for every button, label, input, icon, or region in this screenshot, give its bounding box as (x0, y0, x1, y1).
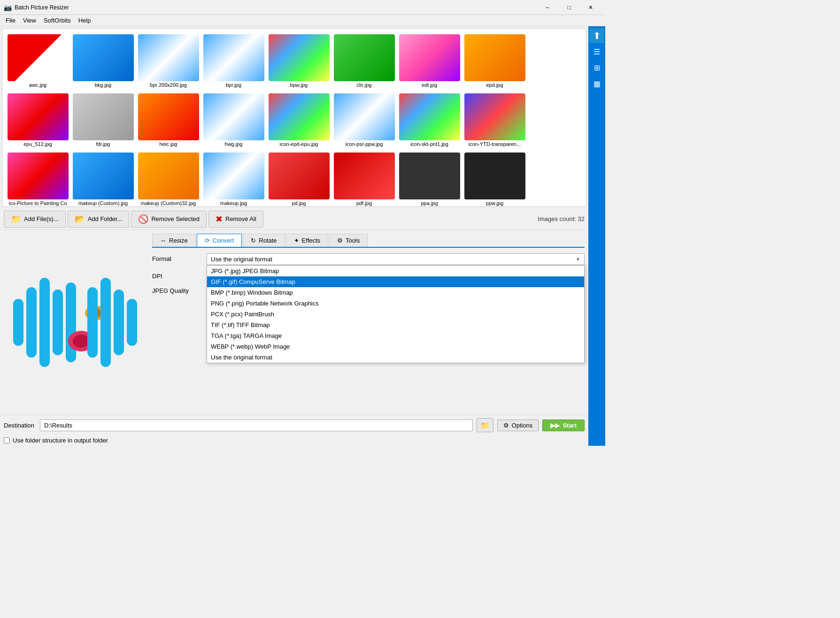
image-filename: icon-psr-ppw.jpg (345, 141, 383, 147)
list-item[interactable]: edt.jpg (398, 32, 461, 90)
remove-selected-button[interactable]: 🚫 Remove Selected (131, 211, 207, 228)
image-filename: fdr.jpg (96, 141, 110, 147)
list-item[interactable]: pd.jpg (267, 151, 331, 207)
list-item[interactable]: bpw.jpg (267, 32, 331, 90)
tab-label-convert: Convert (213, 237, 234, 244)
rotate-icon: ↻ (251, 237, 256, 244)
tab-tools[interactable]: ⚙Tools (329, 234, 368, 247)
right-sidebar: ⬆ ☰ ⊞ ▦ (588, 26, 605, 446)
tab-rotate[interactable]: ↻Rotate (243, 234, 285, 247)
image-thumbnail (8, 34, 69, 81)
list-item[interactable]: ppw.jpg (463, 151, 526, 207)
format-dropdown[interactable]: Use the original format ▼ (207, 253, 585, 265)
list-item[interactable]: icon-YTD-transparen... (463, 92, 526, 149)
grid-view-icon[interactable]: ▦ (589, 76, 604, 91)
tab-resize[interactable]: ↔Resize (152, 234, 196, 247)
detail-view-icon[interactable]: ⊞ (589, 60, 604, 75)
format-option-webp[interactable]: WEBP (*.webp) WebP Image (207, 341, 584, 352)
list-item[interactable]: awc.jpg (6, 32, 69, 90)
import-icon[interactable]: ⬆ (589, 28, 604, 43)
format-option-gif[interactable]: GIF (*.gif) CompuServe Bitmap (207, 276, 584, 287)
menu-item-file[interactable]: File (2, 16, 19, 25)
remove-all-button[interactable]: ✖ Remove All (208, 211, 263, 228)
image-filename: ppa.jpg (421, 200, 438, 206)
dropdown-arrow-icon: ▼ (576, 257, 580, 262)
list-item[interactable]: icon-psr-ppw.jpg (332, 92, 396, 149)
image-filename: epu_512.jpg (23, 141, 52, 147)
tab-label-rotate: Rotate (259, 237, 277, 244)
image-grid: awc.jpgbkg.jpgbpr 200x200.jpgbpr.jpgbpw.… (2, 29, 586, 207)
menubar: FileViewSoftOrbitsHelp (0, 15, 605, 26)
image-filename: hwg.jpg (225, 141, 243, 147)
image-filename: bpr 200x200.jpg (150, 82, 187, 88)
image-grid-container[interactable]: awc.jpgbkg.jpgbpr 200x200.jpgbpr.jpgbpw.… (2, 28, 586, 207)
list-item[interactable]: icon-epd-epu.jpg (267, 92, 331, 149)
tools-icon: ⚙ (337, 237, 343, 244)
image-thumbnail (203, 153, 264, 199)
list-item[interactable]: fdr.jpg (71, 92, 135, 149)
image-filename: icon-skt-pnt1.jpg (410, 141, 448, 147)
image-filename: heic.jpg (160, 141, 177, 147)
maximize-button[interactable]: □ (558, 0, 580, 15)
svg-rect-4 (66, 282, 76, 362)
start-button[interactable]: ▶▶ Start (542, 420, 585, 431)
format-option-tga[interactable]: TGA (*.tga) TARGA Image (207, 330, 584, 341)
list-item[interactable]: bkg.jpg (71, 32, 135, 90)
format-option-original[interactable]: Use the original format (207, 352, 584, 363)
content-area: awc.jpgbkg.jpgbpr 200x200.jpgbpr.jpgbpw.… (0, 26, 588, 446)
options-button[interactable]: ⚙ Options (497, 420, 539, 431)
format-option-pcx[interactable]: PCX (*.pcx) PaintBrush (207, 309, 584, 320)
list-item[interactable]: icon-skt-pnt1.jpg (398, 92, 461, 149)
list-item[interactable]: pdf.jpg (332, 151, 396, 207)
menu-item-help[interactable]: Help (75, 16, 95, 25)
svg-rect-10 (87, 287, 98, 358)
folder-structure-checkbox[interactable] (4, 437, 10, 443)
add-files-button[interactable]: 📁 Add File(s)... (4, 211, 66, 228)
list-item[interactable]: makeup (Custom)32.jpg (137, 151, 200, 207)
format-option-tif[interactable]: TIF (*.tif) TIFF Bitmap (207, 320, 584, 330)
image-thumbnail (464, 34, 525, 81)
menu-item-softorbits[interactable]: SoftOrbits (40, 16, 75, 25)
tab-convert[interactable]: ⟳Convert (197, 234, 242, 247)
format-option-bmp[interactable]: BMP (*.bmp) Windows Bitmap (207, 287, 584, 298)
image-filename: ppw.jpg (486, 200, 503, 206)
list-item[interactable]: makeup.jpg (202, 151, 265, 207)
image-thumbnail (399, 93, 460, 140)
list-item[interactable]: cln.jpg (332, 32, 396, 90)
destination-input[interactable] (40, 420, 473, 431)
image-filename: bpw.jpg (290, 82, 308, 88)
list-item[interactable]: makeup (Custom).jpg (71, 151, 135, 207)
minimize-button[interactable]: – (537, 0, 558, 15)
list-item[interactable]: epu_512.jpg (6, 92, 69, 149)
effects-icon: ✦ (294, 237, 299, 244)
list-view-icon[interactable]: ☰ (589, 44, 604, 59)
list-item[interactable]: bpr.jpg (202, 32, 265, 90)
image-thumbnail (334, 34, 395, 81)
logo-area (4, 234, 145, 412)
list-item[interactable]: heic.jpg (137, 92, 200, 149)
list-item[interactable]: bpr 200x200.jpg (137, 32, 200, 90)
list-item[interactable]: ppa.jpg (398, 151, 461, 207)
image-filename: pdf.jpg (356, 200, 372, 206)
folder-checkbox-bar: Use folder structure in output folder (0, 435, 588, 446)
format-option-png[interactable]: PNG (*.png) Portable Network Graphics (207, 298, 584, 309)
tab-effects[interactable]: ✦Effects (286, 234, 329, 247)
image-filename: makeup (Custom)32.jpg (141, 200, 196, 206)
svg-point-6 (73, 335, 90, 348)
image-filename: icon-YTD-transparen... (469, 141, 521, 147)
image-filename: pd.jpg (292, 200, 306, 206)
close-button[interactable]: ✕ (580, 0, 601, 15)
menu-item-view[interactable]: View (19, 16, 40, 25)
list-item[interactable]: epd.jpg (463, 32, 526, 90)
image-thumbnail (138, 153, 199, 199)
format-dropdown-list[interactable]: JPG (*.jpg) JPEG BitmapGIF (*.gif) Compu… (207, 265, 585, 363)
format-option-jpg[interactable]: JPG (*.jpg) JPEG Bitmap (207, 266, 584, 276)
browse-button[interactable]: 📁 (477, 418, 493, 432)
image-thumbnail (73, 34, 134, 81)
image-thumbnail (334, 153, 395, 199)
image-filename: awc.jpg (29, 82, 46, 88)
list-item[interactable]: hwg.jpg (202, 92, 265, 149)
add-folder-button[interactable]: 📂 Add Folder... (68, 211, 130, 228)
list-item[interactable]: ico-Picture to Painting Converter.jpg (6, 151, 69, 207)
titlebar: 📷 Batch Picture Resizer – □ ✕ (0, 0, 605, 15)
